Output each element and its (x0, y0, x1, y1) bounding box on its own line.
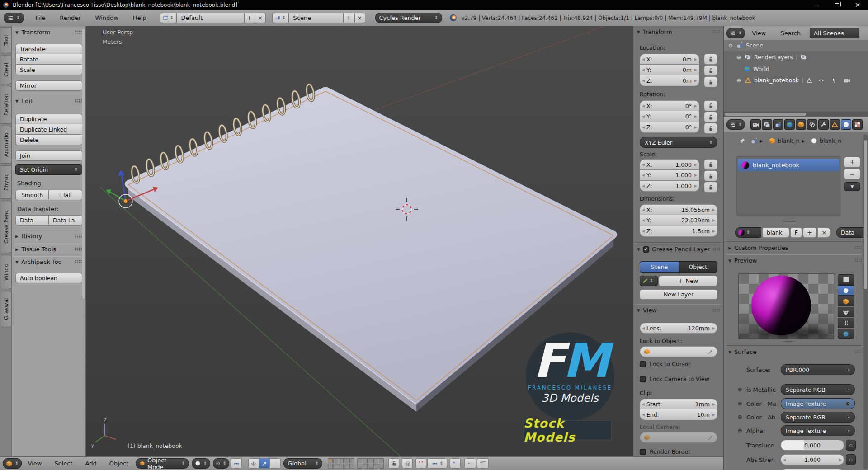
material-browse-button[interactable]: ⇕ (735, 227, 761, 238)
dimensions-y-field[interactable]: ◀Y:22.039cm▶ (640, 215, 717, 226)
properties-editor-selector[interactable]: ⇕ (726, 119, 745, 130)
tab-modifiers[interactable] (818, 119, 829, 130)
lock-scale-y-button[interactable] (704, 170, 717, 181)
lock-rotation-z-button[interactable] (704, 123, 717, 134)
editor-type-selector[interactable]: ⇕ (4, 13, 24, 23)
preview-type-flat-button[interactable] (838, 274, 854, 285)
lock-camera-row[interactable]: Lock Camera to View (640, 376, 709, 382)
outliner-search-menu[interactable]: Search (773, 30, 808, 37)
node-dot-icon[interactable] (846, 368, 850, 372)
close-button[interactable]: × (847, 0, 868, 10)
viewport-editor-selector[interactable]: ⇕ (3, 458, 22, 469)
panel-grip[interactable] (854, 246, 862, 250)
new-material-button[interactable]: + (803, 227, 816, 238)
lock-camera-checkbox[interactable] (640, 376, 646, 382)
data-button[interactable]: Data (15, 215, 49, 226)
outliner-item-renderlayers[interactable]: ⊕ RenderLayers | (736, 54, 807, 61)
tab-relations[interactable]: Relation (1, 86, 12, 124)
visibility-eye-icon[interactable] (818, 77, 825, 84)
outliner-view-menu[interactable]: View (745, 30, 774, 37)
scale-z-field[interactable]: ◀Z:1.000▶ (640, 181, 699, 192)
location-z-field[interactable]: ◀Z:0m▶ (640, 75, 699, 86)
scene-delete-button[interactable]: × (354, 13, 365, 23)
panel-header-grease-pencil[interactable]: ▼ Grease Pencil Layer (637, 246, 720, 253)
panel-header-transform-n[interactable]: ▼ Transform (637, 28, 720, 35)
layout-add-button[interactable]: + (244, 13, 255, 23)
lock-scale-z-button[interactable] (704, 182, 717, 193)
scale-button[interactable]: Scale (15, 65, 82, 75)
preview-type-cube-button[interactable] (838, 296, 854, 306)
lens-field[interactable]: ◀Lens:120mm▶ (640, 323, 717, 334)
tab-tool[interactable]: Tool (1, 27, 12, 53)
preview-type-sky-button[interactable] (838, 329, 854, 339)
expand-socket-icon[interactable]: ⊕ (737, 427, 742, 434)
render-border-checkbox[interactable] (640, 449, 646, 455)
viewport-menu-select[interactable]: Select (54, 460, 72, 467)
render-border-row[interactable]: Render Border (640, 448, 690, 455)
node-dot-icon[interactable] (846, 415, 850, 419)
preview-type-hair-button[interactable] (838, 318, 854, 328)
local-camera-field[interactable] (640, 432, 717, 443)
manipulator-axes-button[interactable] (248, 458, 259, 469)
fake-user-button[interactable]: F (790, 227, 802, 238)
snap-element-select[interactable]: ⇕ (427, 458, 447, 469)
layout-name-field[interactable]: Default (176, 13, 244, 23)
location-y-field[interactable]: ◀Y:0m▶ (640, 65, 699, 75)
data-layout-button[interactable]: Data La (49, 215, 82, 226)
panel-grip[interactable] (75, 30, 82, 34)
manipulator-toggle-button[interactable] (231, 458, 242, 469)
properties-scrollbar[interactable] (863, 135, 868, 469)
outliner-display-mode[interactable]: All Scenes (810, 28, 859, 38)
rotation-x-field[interactable]: ◀X:0°▶ (640, 100, 699, 111)
panel-grip[interactable] (712, 30, 720, 34)
dimensions-z-field[interactable]: ◀Z:1.5cm▶ (640, 226, 717, 237)
node-dot-button[interactable]: ○ (846, 440, 856, 451)
lock-to-cursor-row[interactable]: Lock to Cursor (640, 361, 690, 367)
expand-socket-icon[interactable]: ⊕ (737, 386, 742, 393)
translate-button[interactable]: Translate (15, 44, 82, 54)
lock-scale-x-button[interactable] (704, 159, 717, 170)
panel-header-tissue-tools[interactable]: ▶ Tissue Tools (15, 246, 82, 253)
abs-strength-field[interactable]: ◀1.000▶ (781, 454, 844, 465)
selectable-cursor-icon[interactable] (831, 77, 837, 84)
duplicate-linked-button[interactable]: Duplicate Linked (15, 124, 82, 135)
rotation-z-field[interactable]: ◀Z:0°▶ (640, 122, 699, 133)
location-x-field[interactable]: ◀X:0m▶ (640, 54, 699, 65)
lock-location-y-button[interactable] (704, 65, 717, 76)
layout-delete-button[interactable]: × (255, 13, 266, 23)
viewport-menu-add[interactable]: Add (85, 460, 97, 467)
menu-file[interactable]: File (28, 14, 53, 21)
mirror-button[interactable]: Mirror (15, 80, 82, 91)
opengl-render-anim-button[interactable] (477, 458, 489, 469)
viewport-3d[interactable]: z y User Persp Meters (1) blank_notebook… (86, 26, 633, 456)
panel-grip[interactable] (75, 247, 82, 251)
restrict-select-icon[interactable] (806, 77, 812, 84)
node-dot-icon[interactable] (846, 429, 850, 433)
panel-header-custom-properties[interactable]: ▶ Custom Properties (728, 244, 862, 251)
tab-render[interactable] (750, 119, 761, 130)
renderability-camera-icon[interactable] (844, 77, 850, 84)
manipulator-translate-button[interactable] (259, 458, 270, 469)
clip-end-field[interactable]: ◀End:10m▶ (640, 409, 717, 420)
panel-header-edit[interactable]: ▼ Edit (15, 98, 82, 104)
lock-to-cursor-checkbox[interactable] (640, 361, 646, 367)
scene-lock-button[interactable] (388, 458, 399, 469)
panel-grip[interactable] (854, 350, 862, 354)
proportional-edit-button[interactable]: ◎ (402, 458, 413, 469)
tab-create[interactable]: Creat (1, 55, 12, 84)
tab-world[interactable] (784, 119, 795, 130)
manipulator-rotate-button[interactable] (270, 458, 281, 469)
material-slot-selected[interactable]: blank_notebook (738, 159, 839, 171)
preview-type-monkey-button[interactable] (838, 307, 854, 317)
lock-to-object-field[interactable] (640, 346, 717, 357)
color-ma-select[interactable]: Image Texture (781, 398, 855, 409)
tab-render-layers[interactable] (762, 119, 772, 130)
scene-browse-button[interactable]: ⇕ (272, 13, 288, 23)
dimensions-x-field[interactable]: ◀X:15.055cm▶ (640, 204, 717, 215)
outliner-horizontal-scrollbar[interactable] (724, 112, 868, 117)
panel-header-transform[interactable]: ▼ Transform (15, 29, 82, 36)
tab-physics[interactable]: Physic (1, 165, 12, 199)
rotation-mode-select[interactable]: XYZ Euler⇕ (640, 137, 717, 148)
rotate-button[interactable]: Rotate (15, 54, 82, 65)
tab-texture[interactable] (852, 119, 863, 130)
